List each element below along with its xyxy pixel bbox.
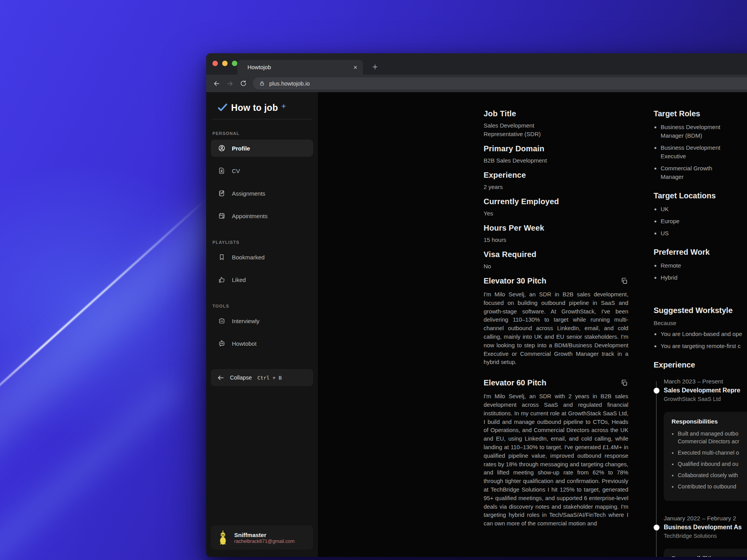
- close-window-button[interactable]: [212, 61, 218, 66]
- list-item: Collaborated closely with: [678, 471, 747, 479]
- field-value: B2B Sales Development: [484, 156, 628, 165]
- field-value: Sales Development Representative (SDR): [484, 121, 628, 138]
- list-item: Europe: [661, 217, 747, 226]
- list-item: US: [661, 229, 747, 238]
- responsibilities-list: Built and managed outbo Commercial Direc…: [672, 430, 747, 490]
- field-label: Job Title: [484, 109, 628, 118]
- forward-button[interactable]: [223, 77, 237, 90]
- copy-elevator-30-button[interactable]: [620, 277, 628, 285]
- field-label: Visa Required: [484, 250, 628, 259]
- elevator-60-pitch-section: Elevator 60 Pitch I'm Milo Sevelj, an SD…: [484, 378, 628, 528]
- experience-entry: January 2022 – February 2 Business Devel…: [664, 515, 747, 557]
- list-item: Business Development Manager (BDM): [661, 123, 747, 140]
- field-value: 2 years: [484, 183, 628, 191]
- targets-panel: Target Roles Business Development Manage…: [654, 109, 747, 557]
- sidebar-item-label: Bookmarked: [232, 254, 265, 261]
- collapse-label: Collapse: [230, 374, 252, 381]
- sidebar-item-interviewly[interactable]: Interviewly: [211, 312, 313, 329]
- sidebar-item-label: Assignments: [232, 190, 265, 197]
- field-currently-employed: Currently Employed Yes: [484, 197, 628, 218]
- sidebar-item-label: Liked: [232, 276, 246, 283]
- new-tab-button[interactable]: +: [368, 60, 382, 74]
- copy-icon: [621, 379, 628, 387]
- sidebar: How to job + PERSONAL Profile CV: [206, 92, 318, 557]
- tab-title: Howtojob: [247, 64, 353, 70]
- target-locations-heading: Target Locations: [654, 191, 747, 200]
- tab-close-icon[interactable]: ✕: [353, 65, 358, 70]
- pitch-text: I'm Milo Sevelj, an SDR with 2 years in …: [484, 392, 628, 528]
- forward-arrow-icon: [226, 80, 234, 88]
- section-label-tools: TOOLS: [206, 304, 318, 308]
- experience-timeline: March 2023 – Present Sales Development R…: [654, 378, 747, 557]
- logo-plus-icon: +: [282, 100, 286, 112]
- collapse-shortcut: Ctrl + B: [257, 375, 282, 381]
- experience-heading: Experience: [654, 360, 747, 369]
- sidebar-item-cv[interactable]: CV: [211, 162, 313, 179]
- user-circle-icon: [218, 144, 226, 152]
- list-item: Business Development Executive: [661, 144, 747, 161]
- target-roles-heading: Target Roles: [654, 109, 747, 118]
- sidebar-item-howtobot[interactable]: Howtobot: [211, 335, 313, 352]
- copy-elevator-60-button[interactable]: [620, 379, 628, 387]
- preferred-work-heading: Preferred Work: [654, 248, 747, 257]
- pitch-title: Elevator 30 Pitch: [484, 276, 546, 285]
- desktop-wallpaper: Howtojob ✕ + plus.howtojob.io: [0, 0, 747, 560]
- field-label: Experience: [484, 171, 628, 180]
- field-label: Hours Per Week: [484, 224, 628, 233]
- user-name: Sniffmaster: [234, 531, 295, 539]
- sidebar-divider: [212, 119, 312, 119]
- timeline-dot: [654, 388, 659, 394]
- sidebar-item-liked[interactable]: Liked: [211, 271, 313, 288]
- job-company: TechBridge Solutions: [664, 533, 747, 539]
- user-email: rachelbrack671@gmail.com: [234, 539, 295, 544]
- browser-tab[interactable]: Howtojob ✕: [237, 60, 363, 75]
- lock-icon: [259, 80, 265, 86]
- back-button[interactable]: [210, 77, 223, 90]
- browser-window: Howtojob ✕ + plus.howtojob.io: [206, 53, 747, 557]
- job-company: GrowthStack SaaS Ltd: [664, 396, 747, 402]
- user-info: Sniffmaster rachelbrack671@gmail.com: [234, 531, 295, 544]
- appointments-calendar-icon: [218, 212, 226, 220]
- url-bar[interactable]: plus.howtojob.io: [253, 77, 747, 89]
- collapse-sidebar-button[interactable]: Collapse Ctrl + B: [211, 369, 313, 386]
- avatar: [216, 530, 230, 545]
- timeline-dot: [654, 525, 659, 530]
- target-locations-list: UK Europe US: [654, 205, 747, 238]
- list-item: Hybrid: [661, 273, 747, 282]
- browser-tab-strip: Howtojob ✕ +: [206, 53, 747, 75]
- minimize-window-button[interactable]: [222, 61, 228, 66]
- experience-entry: March 2023 – Present Sales Development R…: [664, 378, 747, 501]
- arrow-left-icon: [217, 374, 224, 382]
- timeline-line: [656, 381, 657, 557]
- app-logo[interactable]: How to job +: [206, 92, 318, 114]
- list-item: Commercial Growth Manager: [661, 164, 747, 181]
- list-item: You are targeting remote-first c: [661, 342, 747, 350]
- field-label: Currently Employed: [484, 197, 628, 206]
- responsibilities-card: Responsibilities Built and managed outbo…: [664, 412, 747, 501]
- field-value: No: [484, 262, 628, 271]
- zoom-window-button[interactable]: [232, 61, 237, 66]
- browser-toolbar: plus.howtojob.io: [206, 75, 747, 92]
- howtobot-robot-icon: [218, 340, 226, 347]
- list-item: Remote: [661, 261, 747, 270]
- sidebar-item-label: Interviewly: [232, 318, 260, 324]
- sidebar-item-bookmarked[interactable]: Bookmarked: [211, 248, 313, 266]
- job-dates: March 2023 – Present: [664, 378, 747, 385]
- job-dates: January 2022 – February 2: [664, 515, 747, 522]
- list-item: You are London-based and ope: [661, 330, 747, 338]
- sidebar-item-appointments[interactable]: Appointments: [211, 207, 313, 224]
- window-controls: [212, 61, 237, 66]
- list-item: UK: [661, 205, 747, 214]
- section-label-playlists: PLAYLISTS: [206, 240, 318, 245]
- list-item: Executed multi-channel o: [678, 449, 747, 457]
- logo-check-icon: [217, 102, 228, 113]
- sidebar-item-profile[interactable]: Profile: [211, 140, 313, 157]
- workstyle-list: You are London-based and ope You are tar…: [654, 330, 747, 350]
- user-account-card[interactable]: Sniffmaster rachelbrack671@gmail.com: [211, 525, 313, 550]
- back-arrow-icon: [213, 80, 221, 88]
- reload-button[interactable]: [237, 77, 250, 90]
- pitch-header: Elevator 30 Pitch: [484, 276, 628, 285]
- sidebar-item-assignments[interactable]: Assignments: [211, 185, 313, 202]
- sidebar-item-label: Howtobot: [232, 340, 256, 347]
- field-experience: Experience 2 years: [484, 171, 628, 191]
